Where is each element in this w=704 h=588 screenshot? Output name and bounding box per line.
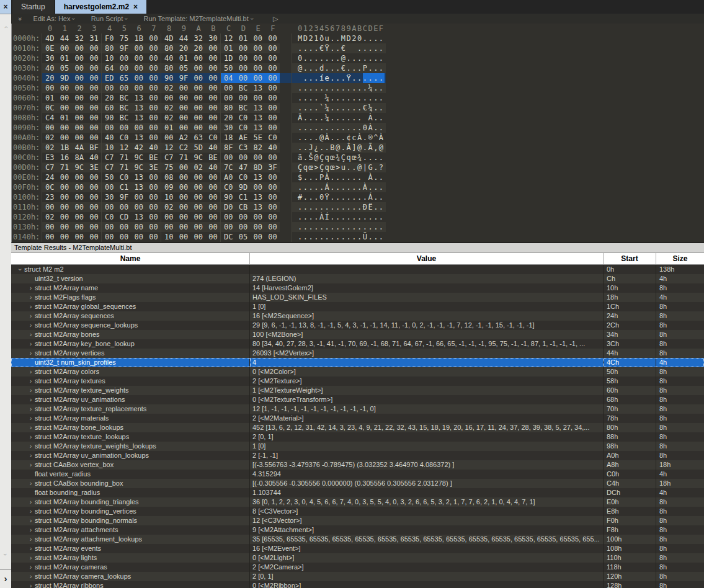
hex-byte[interactable]: 00	[146, 43, 161, 53]
hex-byte[interactable]: 13	[131, 212, 146, 222]
hex-byte[interactable]: 9D	[236, 182, 251, 192]
hex-byte[interactable]: C2	[176, 143, 191, 153]
hex-byte[interactable]: 9F	[117, 192, 131, 202]
hex-byte[interactable]: C0	[102, 212, 117, 222]
hex-byte[interactable]: 00	[191, 222, 206, 232]
field-value[interactable]: 0 [<M2Color>]	[250, 367, 604, 376]
hex-byte[interactable]: 00	[191, 103, 206, 113]
hex-byte[interactable]: 00	[221, 212, 236, 222]
hex-byte[interactable]: 44	[57, 33, 72, 43]
hex-byte[interactable]: 00	[161, 93, 176, 103]
edit-as-dropdown[interactable]: Edit As: Hex›	[33, 15, 75, 22]
hex-byte[interactable]: 00	[72, 182, 87, 192]
hex-row[interactable]: 0000h:4D443231F0751B004D44323012010000MD…	[11, 33, 704, 43]
hex-byte[interactable]: 00	[117, 202, 131, 212]
hex-byte[interactable]: 9C	[191, 153, 206, 163]
hex-byte[interactable]: 90	[102, 113, 117, 123]
hex-byte[interactable]: 00	[131, 63, 146, 73]
tab-harvestgolem2[interactable]: harvestgolem2.m2 ×	[55, 0, 146, 14]
hex-byte[interactable]: 00	[205, 43, 220, 53]
hex-byte[interactable]: 13	[251, 113, 265, 123]
hex-byte[interactable]: 00	[191, 202, 206, 212]
ascii-cell[interactable]: ã.Š@Çqœ¾Çqœ¾....	[292, 153, 386, 163]
hex-byte[interactable]: BF	[86, 143, 101, 153]
expand-arrow-icon[interactable]: ›	[27, 432, 35, 442]
hex-row[interactable]: 0060h:0100000020BC13000000000000000000..…	[11, 93, 704, 103]
expand-arrow-icon[interactable]: ›	[27, 395, 35, 404]
template-row-vertices[interactable]: ›struct M2Array vertices26093 [<M2Vertex…	[11, 349, 704, 358]
hex-byte[interactable]: 00	[191, 182, 206, 192]
hex-byte[interactable]: 13	[131, 133, 146, 143]
hex-byte[interactable]: 40	[146, 143, 161, 153]
hex-byte[interactable]: 13	[251, 202, 265, 212]
hex-byte[interactable]: 00	[161, 212, 176, 222]
hex-byte[interactable]: 00	[86, 103, 101, 113]
hex-byte[interactable]: 00	[205, 182, 220, 192]
hex-byte[interactable]: 00	[72, 222, 87, 232]
expand-arrow-icon[interactable]: ›	[27, 516, 35, 525]
hex-byte[interactable]: 00	[131, 83, 146, 93]
hex-byte[interactable]: 13	[251, 83, 265, 93]
field-value[interactable]: [(-3.556763 -3.479376 -0.789475) (3.0323…	[250, 460, 604, 470]
hex-byte[interactable]: 00	[176, 163, 191, 172]
template-row-uv_animation_lookups[interactable]: ›struct M2Array uv_animation_lookups2 [-…	[11, 451, 704, 460]
hex-byte[interactable]: 00	[191, 212, 206, 222]
hex-byte[interactable]: 00	[191, 232, 206, 242]
hex-byte[interactable]: C7	[42, 163, 57, 172]
hex-byte[interactable]: 3E	[146, 163, 161, 172]
expand-arrow-icon[interactable]: ›	[27, 544, 35, 553]
hex-byte[interactable]: A0	[221, 172, 236, 182]
ascii-cell[interactable]: .....Á......À...	[292, 182, 386, 192]
expand-arrow-icon[interactable]: ›	[27, 442, 35, 451]
hex-byte[interactable]: 4A	[72, 143, 87, 153]
hex-byte[interactable]: 00	[176, 103, 191, 113]
hex-byte[interactable]: 90	[221, 192, 236, 202]
hex-byte[interactable]: 63	[191, 133, 206, 143]
field-value[interactable]: 9 [<M2Attachment>]	[250, 525, 604, 535]
hex-row[interactable]: 0130h:00000000000000000000000000000000..…	[11, 222, 704, 232]
hex-byte[interactable]: 00	[146, 123, 161, 133]
hex-byte[interactable]: 00	[117, 83, 131, 93]
hex-byte[interactable]: 64	[102, 63, 117, 73]
hex-byte[interactable]: F0	[102, 33, 117, 43]
hex-byte[interactable]: CB	[236, 202, 251, 212]
hex-byte[interactable]: 12	[161, 143, 176, 153]
hex-byte[interactable]: 00	[86, 232, 101, 242]
hex-byte[interactable]: 00	[86, 182, 101, 192]
hex-byte[interactable]: 00	[176, 192, 191, 202]
hex-byte[interactable]: 00	[265, 113, 280, 123]
hex-byte[interactable]: 00	[57, 43, 72, 53]
hex-byte[interactable]: 00	[131, 73, 146, 83]
hex-row[interactable]: 00E0h:2400000050C0130008000000A0C01300$.…	[11, 172, 704, 182]
hex-byte[interactable]: 00	[251, 153, 265, 163]
hex-byte[interactable]: 05	[176, 63, 191, 73]
hex-byte[interactable]: 32	[72, 33, 87, 43]
hex-byte[interactable]: 00	[86, 172, 101, 182]
hex-byte[interactable]: 00	[146, 222, 161, 232]
template-row-sequence_lookups[interactable]: ›struct M2Array sequence_lookups29 [9, 6…	[11, 321, 704, 330]
close-icon[interactable]: ×	[0, 0, 11, 14]
expand-arrow-icon[interactable]: ›	[27, 581, 35, 588]
hex-byte[interactable]: 7C	[221, 163, 236, 172]
expand-arrow-icon[interactable]: ›	[27, 460, 35, 470]
hex-row[interactable]: 0010h:0E000000809F00008020200001000000..…	[11, 43, 704, 53]
field-value[interactable]: 2 [0, 1]	[250, 572, 604, 581]
field-value[interactable]: 16 [<M2Sequence>]	[250, 311, 604, 321]
field-value[interactable]: 2 [-1, -1]	[250, 451, 604, 460]
ascii-cell[interactable]: ............Ü...	[292, 232, 386, 242]
hex-byte[interactable]: 20	[176, 43, 191, 53]
hex-byte[interactable]: 13	[131, 103, 146, 113]
hex-byte[interactable]: 13	[251, 192, 265, 202]
hex-byte[interactable]: 00	[131, 222, 146, 232]
hex-byte[interactable]: 00	[221, 153, 236, 163]
hex-byte[interactable]: 00	[161, 222, 176, 232]
hex-byte[interactable]: 01	[57, 53, 72, 63]
hex-byte[interactable]: 00	[86, 123, 101, 133]
hex-byte[interactable]: 10	[161, 192, 176, 202]
run-script-dropdown[interactable]: Run Script›	[91, 15, 128, 22]
hex-byte[interactable]: C7	[161, 153, 176, 163]
field-value[interactable]: 4.315294	[250, 470, 604, 479]
hex-byte[interactable]: 00	[146, 103, 161, 113]
hex-byte[interactable]: 4D	[42, 33, 57, 43]
run-template-dropdown[interactable]: Run Template: M2TemplateMulti.bt›	[144, 15, 254, 22]
